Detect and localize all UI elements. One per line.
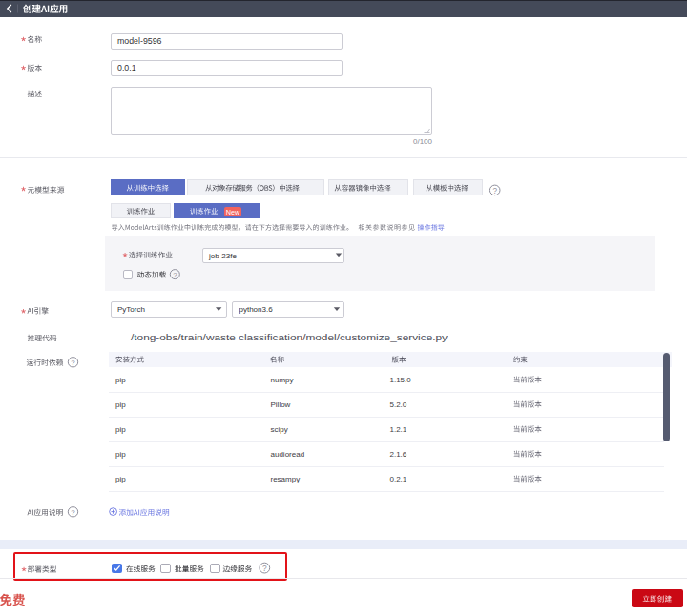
svg-text:scipy: scipy <box>271 425 288 434</box>
svg-text:audioread: audioread <box>271 450 305 459</box>
svg-text:?: ? <box>71 359 75 367</box>
svg-text:0.0.1: 0.0.1 <box>117 63 136 72</box>
svg-text:Pillow: Pillow <box>271 400 291 409</box>
svg-text:?: ? <box>262 564 267 573</box>
svg-text:pip: pip <box>115 425 126 434</box>
svg-text:model-9596: model-9596 <box>117 36 162 46</box>
svg-text:0/100: 0/100 <box>413 137 433 146</box>
svg-text:pip: pip <box>115 475 126 483</box>
svg-text:pip: pip <box>115 450 126 459</box>
svg-text:pip: pip <box>115 376 126 384</box>
svg-text:?: ? <box>492 187 497 195</box>
svg-text:2.1.6: 2.1.6 <box>390 450 407 459</box>
svg-text:/tong-obs/train/waste classifi: /tong-obs/train/waste classification/mod… <box>131 333 448 342</box>
svg-text:1.15.0: 1.15.0 <box>390 376 412 384</box>
svg-text:5.2.0: 5.2.0 <box>390 400 407 409</box>
svg-text:1.2.1: 1.2.1 <box>390 425 407 434</box>
svg-text:resampy: resampy <box>271 475 301 483</box>
svg-text:New: New <box>226 208 240 216</box>
svg-text:pip: pip <box>115 400 126 409</box>
svg-text:numpy: numpy <box>271 376 294 384</box>
svg-text:job-23fe: job-23fe <box>208 252 237 260</box>
svg-text:PyTorch: PyTorch <box>117 305 145 314</box>
svg-text:?: ? <box>173 271 177 279</box>
svg-text:python3.6: python3.6 <box>239 305 274 314</box>
svg-text:?: ? <box>71 508 75 517</box>
svg-text:0.2.1: 0.2.1 <box>390 475 407 483</box>
